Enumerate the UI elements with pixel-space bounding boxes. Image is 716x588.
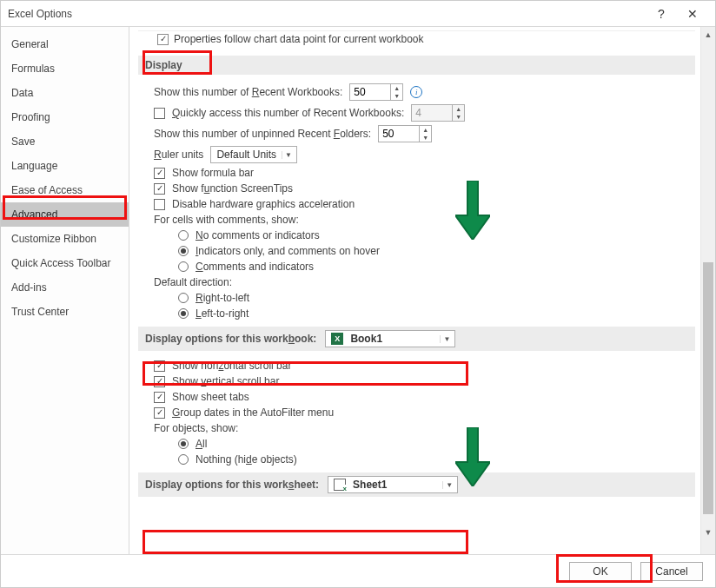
close-button[interactable]: ✕ xyxy=(677,2,708,26)
label-comments: For cells with comments, show: xyxy=(154,214,299,226)
radio-ltr[interactable] xyxy=(178,308,189,319)
checkbox-formula-bar[interactable] xyxy=(154,168,165,179)
row-comments-ind: Indicators only, and comments on hover xyxy=(178,245,695,257)
row-comments-both: Comments and indicators xyxy=(178,261,695,273)
cutoff-row: Properties follow chart data point for c… xyxy=(138,30,695,49)
label-direction: Default direction: xyxy=(154,276,232,288)
excel-options-dialog: Excel Options ? ✕ General Formulas Data … xyxy=(0,0,716,588)
nav-customize-ribbon[interactable]: Customize Ribbon xyxy=(1,227,129,251)
label-quick-access: Quickly access this number of Recent Wor… xyxy=(172,107,404,119)
input-recent-workbooks[interactable] xyxy=(350,84,390,100)
radio-obj-all[interactable] xyxy=(178,439,189,449)
row-direction-label: Default direction: xyxy=(154,276,695,288)
dropdown-worksheet[interactable]: Sheet1 ▼ xyxy=(328,476,458,493)
nav-language[interactable]: Language xyxy=(1,154,129,178)
titlebar: Excel Options ? ✕ xyxy=(1,1,715,27)
nav-general[interactable]: General xyxy=(1,32,129,56)
nav-trust-center[interactable]: Trust Center xyxy=(1,300,129,324)
nav-data[interactable]: Data xyxy=(1,81,129,105)
sheet-icon xyxy=(334,479,346,491)
radio-obj-hide[interactable] xyxy=(178,454,189,465)
scroll-track[interactable] xyxy=(701,42,715,525)
label-recent-workbooks: Show this number of Recent Workbooks: xyxy=(154,86,342,98)
checkbox-vscroll[interactable] xyxy=(154,376,165,387)
nav-formulas[interactable]: Formulas xyxy=(1,56,129,81)
nav-quick-access-toolbar[interactable]: Quick Access Toolbar xyxy=(1,251,129,275)
advanced-content: Properties follow chart data point for c… xyxy=(129,27,700,554)
scroll-up-arrow-icon[interactable]: ▲ xyxy=(701,27,715,42)
nav-ease-of-access[interactable]: Ease of Access xyxy=(1,178,129,202)
row-obj-hide: Nothing (hide objects) xyxy=(178,453,695,466)
checkbox-hscroll[interactable] xyxy=(154,360,165,372)
dropdown-workbook-value: Book1 xyxy=(350,333,382,345)
label-screentips: Show function ScreenTips xyxy=(172,182,293,195)
checkbox-screentips[interactable] xyxy=(154,183,165,195)
checkbox-disable-hw[interactable] xyxy=(154,199,165,210)
nav-proofing[interactable]: Proofing xyxy=(1,105,129,129)
dialog-body: General Formulas Data Proofing Save Lang… xyxy=(1,27,715,554)
row-group-dates: Group dates in the AutoFilter menu xyxy=(154,406,695,419)
help-button[interactable]: ? xyxy=(646,2,677,26)
row-recent-folders: Show this number of unpinned Recent Fold… xyxy=(154,125,695,142)
ok-button[interactable]: OK xyxy=(569,562,632,581)
row-quick-access: Quickly access this number of Recent Wor… xyxy=(154,104,695,122)
scroll-down-arrow-icon[interactable]: ▼ xyxy=(701,525,715,539)
row-ruler-units: Ruler units Default Units ▼ xyxy=(154,146,695,163)
row-disable-hw: Disable hardware graphics acceleration xyxy=(154,198,695,210)
spinner-quick-access: ▲▼ xyxy=(411,104,465,122)
section-worksheet-label: Display options for this worksheet: xyxy=(145,479,319,491)
dropdown-worksheet-value: Sheet1 xyxy=(353,479,387,491)
label-sheet-tabs: Show sheet tabs xyxy=(172,391,249,403)
label-recent-folders: Show this number of unpinned Recent Fold… xyxy=(154,128,371,140)
row-recent-workbooks: Show this number of Recent Workbooks: ▲▼… xyxy=(154,83,695,101)
radio-comments-indicators[interactable] xyxy=(178,246,189,256)
input-recent-folders[interactable] xyxy=(379,126,419,142)
content-wrap: Properties follow chart data point for c… xyxy=(129,27,715,554)
chevron-down-icon: ▼ xyxy=(442,481,455,489)
row-sheet-tabs: Show sheet tabs xyxy=(154,391,695,403)
label-disable-hw: Disable hardware graphics acceleration xyxy=(172,198,355,210)
row-formula-bar: Show formula bar xyxy=(154,167,695,179)
cancel-button[interactable]: Cancel xyxy=(640,562,703,581)
chevron-down-icon: ▼ xyxy=(440,335,453,343)
checkbox-group-dates[interactable] xyxy=(154,407,165,419)
checkbox-chart-properties[interactable] xyxy=(157,34,169,45)
input-quick-access xyxy=(412,105,452,121)
row-hscroll: Show horizontal scroll bar xyxy=(154,360,695,372)
chevron-down-icon: ▼ xyxy=(282,151,295,159)
radio-comments-both[interactable] xyxy=(178,261,189,272)
nav-addins[interactable]: Add-ins xyxy=(1,275,129,300)
spinner-recent-workbooks[interactable]: ▲▼ xyxy=(349,83,403,101)
checkbox-sheet-tabs[interactable] xyxy=(154,392,165,403)
section-workbook: Display options for this workbook: X Boo… xyxy=(138,327,695,351)
section-display: Display xyxy=(138,56,695,75)
dialog-footer: OK Cancel xyxy=(1,554,715,587)
info-icon[interactable]: i xyxy=(410,86,422,98)
category-nav: General Formulas Data Proofing Save Lang… xyxy=(1,27,129,554)
nav-save[interactable]: Save xyxy=(1,129,129,154)
excel-icon: X xyxy=(331,333,343,345)
dropdown-workbook[interactable]: X Book1 ▼ xyxy=(325,330,455,347)
window-title: Excel Options xyxy=(8,8,646,20)
label-ruler: Ruler units xyxy=(154,149,203,161)
dropdown-ruler-units[interactable]: Default Units ▼ xyxy=(210,146,297,163)
radio-rtl[interactable] xyxy=(178,293,189,303)
cutoff-label: Properties follow chart data point for c… xyxy=(174,33,423,45)
row-comments-label: For cells with comments, show: xyxy=(154,214,695,226)
label-objects: For objects, show: xyxy=(154,422,238,434)
row-vscroll: Show vertical scroll bar xyxy=(154,375,695,387)
vertical-scrollbar[interactable]: ▲ ▼ xyxy=(700,27,715,554)
section-workbook-label: Display options for this workbook: xyxy=(145,333,316,345)
row-objects-label: For objects, show: xyxy=(154,422,695,434)
section-worksheet: Display options for this worksheet: Shee… xyxy=(138,472,695,497)
spinner-recent-folders[interactable]: ▲▼ xyxy=(378,125,432,142)
row-screentips: Show function ScreenTips xyxy=(154,182,695,195)
row-comments-none: No comments or indicators xyxy=(178,229,695,241)
scroll-thumb[interactable] xyxy=(703,262,713,514)
checkbox-quick-access[interactable] xyxy=(154,108,165,119)
row-dir-ltr: Left-to-right xyxy=(178,307,695,320)
label-formula-bar: Show formula bar xyxy=(172,167,254,179)
dropdown-ruler-value: Default Units xyxy=(216,149,276,161)
nav-advanced[interactable]: Advanced xyxy=(1,202,129,227)
radio-comments-none[interactable] xyxy=(178,230,189,241)
